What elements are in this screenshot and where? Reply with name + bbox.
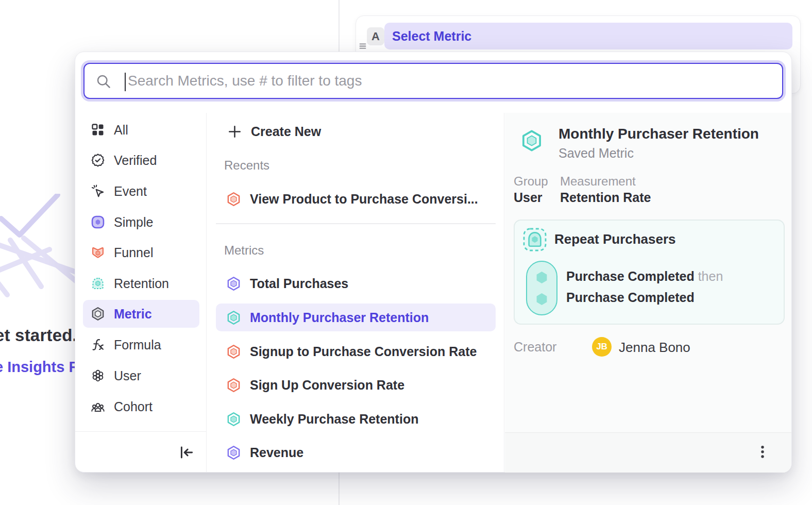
sidebar-item-label: Retention (114, 276, 169, 291)
teal-hexagon-icon (226, 412, 241, 427)
step-hexagon-icon (534, 270, 549, 285)
event-cursor-icon (91, 184, 105, 198)
orange-hexagon-icon (226, 344, 241, 359)
retention-metric-icon (91, 276, 105, 291)
definition-step-1: Purchase Completed then (566, 269, 723, 284)
group-label: Group (514, 174, 548, 189)
teal-hexagon-icon (226, 310, 241, 325)
creator-label: Creator (514, 340, 556, 355)
metric-item-label: Revenue (250, 445, 303, 460)
funnel-hexagon-icon (226, 192, 241, 207)
detail-title: Monthly Purchaser Retention (559, 126, 759, 142)
sidebar-item-all[interactable]: All (83, 116, 199, 144)
metric-definition-card: Repeat Purchasers Purchase Completed the… (514, 220, 785, 325)
sidebar-item-label: Metric (114, 307, 152, 322)
teal-hexagon-icon (520, 129, 543, 152)
plus-icon (227, 124, 242, 139)
sidebar-item-event[interactable]: Event (83, 177, 199, 205)
repeat-purchasers-icon (522, 227, 547, 252)
sidebar-item-formula[interactable]: Formula (83, 331, 199, 359)
sidebar-item-cohort[interactable]: Cohort (83, 393, 199, 420)
sidebar-item-label: User (114, 368, 141, 383)
background-heading-fragment: et started. (0, 326, 77, 345)
definition-step-2: Purchase Completed (566, 290, 695, 305)
sidebar-item-label: Cohort (114, 399, 153, 414)
metric-list-item[interactable]: Total Purchases (216, 270, 496, 297)
create-new-label: Create New (251, 124, 321, 139)
sidebar-item-label: Event (114, 184, 147, 199)
sidebar-item-label: Formula (114, 338, 161, 352)
measurement-label: Measurement (560, 174, 636, 189)
metric-item-label: Sign Up Conversion Rate (250, 378, 404, 393)
sidebar-item-label: Simple (114, 215, 153, 230)
orange-hexagon-icon (226, 378, 241, 393)
detail-panel-footer (505, 432, 791, 473)
series-a-badge: A (367, 27, 384, 45)
metric-picker-modal: All Verified Event (75, 52, 792, 473)
metric-search-box (83, 63, 783, 99)
sidebar-item-simple[interactable]: Simple (83, 208, 199, 236)
sidebar-item-retention[interactable]: Retention (83, 270, 199, 297)
simple-metric-icon (91, 215, 105, 229)
metric-detail-panel: Monthly Purchaser Retention Saved Metric… (505, 113, 791, 473)
purple-hexagon-icon (226, 445, 241, 460)
collapse-sidebar-icon[interactable] (178, 444, 195, 461)
list-section-divider (216, 223, 496, 224)
metric-list-item[interactable]: Sign Up Conversion Rate (216, 371, 496, 399)
metric-list-item[interactable]: Signup to Purchase Conversion Rate (216, 338, 496, 365)
sidebar-item-label: Funnel (114, 245, 153, 260)
sidebar-item-metric[interactable]: Metric (83, 300, 199, 328)
step-hexagon-icon (534, 292, 549, 307)
metric-item-label: Signup to Purchase Conversion Rate (250, 344, 477, 359)
funnel-metric-icon (91, 245, 105, 260)
cohort-people-icon (91, 399, 105, 414)
group-value: User (514, 190, 543, 205)
metric-list-item[interactable]: Revenue (216, 439, 496, 466)
sidebar-footer (75, 431, 206, 473)
formula-icon (91, 338, 105, 352)
metric-list-item[interactable]: Weekly Purchase Retention (216, 405, 496, 433)
purple-hexagon-icon (226, 276, 241, 291)
create-new-button[interactable]: Create New (216, 117, 496, 145)
sidebar-item-funnel[interactable]: Funnel (83, 239, 199, 266)
sidebar-item-user[interactable]: User (83, 362, 199, 390)
metric-item-label: Total Purchases (250, 276, 348, 291)
select-metric-label: Select Metric (392, 29, 471, 44)
metric-item-label: Monthly Purchaser Retention (250, 310, 429, 325)
verified-badge-icon (91, 153, 105, 167)
sidebar-item-label: All (114, 123, 128, 138)
filter-sidebar: All Verified Event (75, 113, 207, 473)
metric-list-column: Create New Recents View Product to Purch… (207, 113, 504, 473)
user-cluster-icon (91, 368, 105, 383)
kebab-menu-icon[interactable] (755, 444, 770, 461)
decorative-lines-illustration (0, 194, 76, 305)
recent-item-label: View Product to Purchase Conversi... (250, 192, 478, 207)
sidebar-item-label: Verified (114, 153, 157, 168)
metric-list-item-selected[interactable]: Monthly Purchaser Retention (216, 304, 496, 331)
definition-name: Repeat Purchasers (554, 231, 676, 247)
search-input[interactable] (84, 64, 782, 98)
recents-header: Recents (224, 158, 269, 173)
detail-subtitle: Saved Metric (559, 146, 634, 161)
metrics-header: Metrics (224, 243, 264, 258)
step-1-event: Purchase Completed (566, 269, 695, 283)
creator-initials: JB (596, 342, 607, 352)
select-metric-button[interactable]: Select Metric (384, 23, 792, 49)
measurement-value: Retention Rate (560, 190, 651, 205)
creator-avatar: JB (592, 337, 612, 357)
recent-item[interactable]: View Product to Purchase Conversi... (216, 185, 496, 213)
grid-icon (91, 123, 105, 137)
sidebar-item-verified[interactable]: Verified (83, 146, 199, 174)
step-connector: then (698, 269, 723, 283)
saved-metric-icon (91, 307, 105, 321)
metric-item-label: Weekly Purchase Retention (250, 412, 418, 427)
funnel-steps-capsule (526, 261, 557, 315)
modal-columns: All Verified Event (75, 113, 791, 473)
creator-name: Jenna Bono (619, 340, 690, 356)
